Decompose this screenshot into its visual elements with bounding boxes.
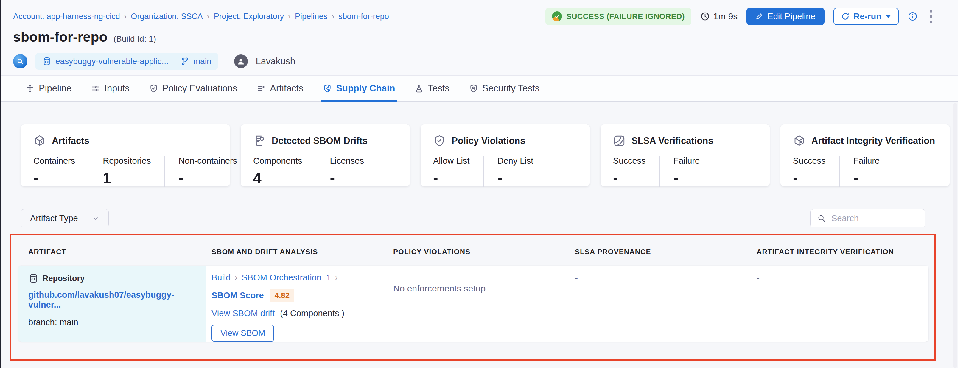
edit-pipeline-button[interactable]: Edit Pipeline bbox=[746, 8, 824, 25]
table-filter-row: Artifact Type bbox=[21, 209, 925, 227]
stat-label: Failure bbox=[673, 156, 700, 166]
supply-chain-summary-cards: Artifacts Containers- Repositories1 Non-… bbox=[21, 124, 958, 186]
info-icon[interactable] bbox=[908, 11, 918, 21]
column-header-slsa: SLSA PROVENANCE bbox=[575, 248, 757, 256]
breadcrumb-current-pipeline[interactable]: sbom-for-repo bbox=[338, 12, 389, 21]
stage-link[interactable]: Build bbox=[212, 273, 231, 282]
slsa-provenance-cell: - bbox=[569, 266, 751, 341]
execution-header: Account: app-harness-ng-cicd › Organizat… bbox=[0, 0, 958, 75]
policy-violations-cell: No enforcements setup bbox=[387, 266, 569, 341]
stat-label: Licenses bbox=[330, 156, 364, 166]
policy-violations-card: Policy Violations Allow List- Deny List- bbox=[421, 124, 590, 186]
search-box bbox=[810, 209, 925, 227]
card-title: Artifacts bbox=[52, 135, 89, 146]
status-badge-label: SUCCESS (FAILURE IGNORED) bbox=[566, 12, 685, 21]
stat-label: Failure bbox=[853, 156, 880, 166]
breadcrumb-separator: › bbox=[207, 12, 210, 21]
tab-tests[interactable]: Tests bbox=[415, 76, 449, 101]
artifact-integrity-card: Artifact Integrity Verification Success-… bbox=[780, 124, 950, 186]
tab-supply-chain[interactable]: Supply Chain bbox=[323, 76, 395, 101]
tab-policy-evaluations-label: Policy Evaluations bbox=[162, 83, 237, 94]
pipeline-icon bbox=[25, 84, 35, 93]
breadcrumb-organization[interactable]: Organization: SSCA bbox=[131, 12, 203, 21]
tab-security-tests[interactable]: Security Tests bbox=[469, 76, 539, 101]
repo-branch-pill[interactable]: easybuggy-vulnerable-applic... main bbox=[35, 53, 218, 70]
flask-icon bbox=[415, 84, 423, 93]
view-sbom-drift-link[interactable]: View SBOM drift bbox=[212, 308, 275, 318]
tab-pipeline[interactable]: Pipeline bbox=[25, 76, 72, 101]
stat-label: Allow List bbox=[433, 156, 470, 166]
stat-label: Containers bbox=[33, 156, 75, 166]
stat-label: Deny List bbox=[498, 156, 533, 166]
artifact-cell: Repository github.com/lavakush07/easybug… bbox=[19, 266, 205, 341]
stat-value: - bbox=[673, 170, 700, 187]
breadcrumb-pipelines[interactable]: Pipelines bbox=[295, 12, 328, 21]
vertical-scrollbar[interactable] bbox=[953, 103, 957, 368]
avatar bbox=[234, 54, 248, 68]
artifact-repo-link[interactable]: github.com/lavakush07/easybuggy-vulner..… bbox=[28, 290, 205, 309]
breadcrumb-separator: › bbox=[332, 12, 334, 21]
table-row: Repository github.com/lavakush07/easybug… bbox=[19, 266, 929, 341]
artifact-type-dropdown[interactable]: Artifact Type bbox=[21, 209, 109, 227]
card-title: Policy Violations bbox=[452, 135, 525, 146]
cube-icon bbox=[793, 135, 805, 147]
branch-name[interactable]: main bbox=[193, 57, 212, 66]
rerun-label: Re-run bbox=[854, 12, 881, 21]
stat-value: - bbox=[330, 170, 364, 187]
shield-search-icon bbox=[469, 84, 478, 93]
more-options-kebab-icon[interactable] bbox=[927, 8, 935, 25]
table-header-row: ARTIFACT SBOM AND DRIFT ANALYSIS POLICY … bbox=[11, 235, 934, 256]
breadcrumb-separator: › bbox=[124, 12, 127, 21]
breadcrumb-separator: › bbox=[235, 273, 238, 282]
stat-label: Success bbox=[793, 156, 826, 166]
sbom-score-link[interactable]: SBOM Score bbox=[212, 290, 264, 300]
column-header-sbom: SBOM AND DRIFT ANALYSIS bbox=[212, 248, 393, 256]
cube-icon bbox=[33, 135, 46, 147]
duration-value: 1m 9s bbox=[713, 11, 738, 21]
stat-label: Non-containers bbox=[178, 156, 237, 166]
sbom-analysis-cell: Build › SBOM Orchestration_1 › SBOM Scor… bbox=[205, 266, 387, 341]
sbom-document-icon bbox=[253, 135, 266, 147]
rerun-button[interactable]: Re-run bbox=[834, 8, 899, 25]
step-link[interactable]: SBOM Orchestration_1 bbox=[242, 273, 331, 282]
tab-inputs[interactable]: Inputs bbox=[91, 76, 129, 101]
shield-check-icon bbox=[149, 84, 158, 93]
search-icon bbox=[817, 214, 826, 223]
collapsed-nav-edge bbox=[0, 0, 1, 368]
tab-artifacts[interactable]: Artifacts bbox=[257, 76, 303, 101]
breadcrumb-account[interactable]: Account: app-harness-ng-cicd bbox=[13, 12, 120, 21]
stat-value: - bbox=[853, 170, 880, 187]
search-input[interactable] bbox=[831, 214, 918, 223]
webhook-trigger-icon bbox=[13, 54, 27, 68]
stat-value: - bbox=[613, 170, 646, 187]
success-check-icon bbox=[552, 11, 562, 21]
view-sbom-button[interactable]: View SBOM bbox=[212, 325, 274, 341]
stat-value: - bbox=[33, 170, 75, 187]
artifact-type-label: Artifact Type bbox=[30, 214, 78, 223]
rerun-refresh-icon bbox=[841, 12, 850, 21]
card-title: SLSA Verifications bbox=[632, 135, 713, 146]
tab-security-tests-label: Security Tests bbox=[482, 83, 539, 94]
tab-policy-evaluations[interactable]: Policy Evaluations bbox=[149, 76, 237, 101]
tab-inputs-label: Inputs bbox=[104, 83, 129, 94]
column-header-policy: POLICY VIOLATIONS bbox=[393, 248, 575, 256]
slsa-icon bbox=[613, 135, 625, 147]
breadcrumb-project[interactable]: Project: Exploratory bbox=[214, 12, 284, 21]
tab-artifacts-label: Artifacts bbox=[270, 83, 303, 94]
artifacts-card: Artifacts Containers- Repositories1 Non-… bbox=[21, 124, 230, 186]
execution-tabbar: Pipeline Inputs Policy Evaluations bbox=[0, 75, 958, 102]
integrity-verification-cell: - bbox=[751, 266, 929, 341]
sliders-icon bbox=[91, 84, 100, 93]
repo-name[interactable]: easybuggy-vulnerable-applic... bbox=[56, 57, 169, 66]
list-plus-icon bbox=[257, 84, 266, 93]
meta-divider bbox=[226, 53, 226, 70]
repository-icon bbox=[28, 273, 38, 284]
pill-divider bbox=[175, 56, 175, 67]
artifact-branch: branch: main bbox=[28, 317, 205, 327]
column-header-integrity: ARTIFACT INTEGRITY VERIFICATION bbox=[757, 248, 934, 256]
stat-label: Success bbox=[613, 156, 646, 166]
breadcrumb-separator: › bbox=[288, 12, 291, 21]
artifacts-table-highlight: ARTIFACT SBOM AND DRIFT ANALYSIS POLICY … bbox=[10, 234, 936, 361]
chevron-down-icon bbox=[92, 214, 100, 222]
shield-supply-chain-icon bbox=[323, 84, 332, 93]
